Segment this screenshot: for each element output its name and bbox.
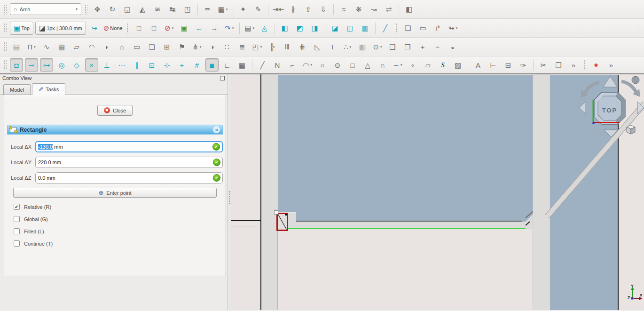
collapse-section-button[interactable]: » — [213, 126, 220, 133]
arch-curtain-wall-button[interactable]: ▦ — [55, 40, 68, 54]
arch-panel-button[interactable]: ◰▾ — [251, 40, 264, 54]
cut-plane-button[interactable]: ◧ — [402, 3, 416, 16]
draft-shapestring-button[interactable]: S — [436, 58, 449, 72]
snap-grid-button[interactable]: # — [190, 58, 204, 72]
draft-fillet-button[interactable]: ⌐ — [286, 58, 299, 72]
checkbox-row-global[interactable]: Global (G) — [14, 216, 223, 222]
draft-point-button[interactable]: ∘ — [406, 58, 419, 72]
copy-button[interactable]: ❐ — [552, 58, 565, 72]
arch-stairs-button[interactable]: ≣ — [236, 40, 249, 54]
view-front-button[interactable]: ◧ — [278, 22, 291, 35]
split-button[interactable]: ∦ — [287, 3, 300, 16]
heal-button[interactable]: ↪ — [88, 22, 101, 35]
snap-working-plane-button[interactable]: ◙ — [205, 58, 219, 72]
draft-facebinder-button[interactable]: ▱ — [421, 58, 434, 72]
export-button[interactable]: ↱ — [432, 22, 445, 35]
local-dz-input[interactable]: 0.0 mm ✔ — [35, 172, 223, 183]
set-style-button[interactable]: ∟ — [220, 58, 234, 72]
workbench-selector[interactable]: ⌂Arch▾ — [10, 3, 81, 15]
mirror-button[interactable]: ◭ — [136, 3, 149, 16]
toolbar-grip[interactable] — [85, 4, 87, 15]
arch-grid-button[interactable]: ∷ — [220, 40, 234, 54]
arch-truss-button[interactable]: ◺ — [311, 40, 324, 54]
snap-ortho-button[interactable]: ⊡ — [145, 58, 158, 72]
toolbar-grip[interactable] — [4, 42, 7, 52]
grid-snap-scale-button[interactable]: ◪1px | 300.0 mm — [35, 22, 86, 35]
toolbar-grip[interactable] — [395, 23, 398, 33]
checkbox-row-filled[interactable]: Filled (L) — [14, 228, 223, 234]
close-task-button[interactable]: ✖ Close — [97, 105, 133, 116]
arch-space-button[interactable]: ◗ — [100, 40, 113, 54]
split-mesh-button[interactable]: ❋ — [352, 3, 365, 16]
panel-splitter[interactable] — [228, 74, 231, 310]
arch-marker-button[interactable]: ⚑ — [175, 40, 188, 54]
draft-polygon-button[interactable]: △ — [361, 58, 374, 72]
arch-equipment-button[interactable]: ❑ — [386, 40, 399, 54]
checkbox-icon[interactable] — [14, 216, 20, 222]
draft-to-sketch-button[interactable]: ≈ — [337, 3, 350, 16]
toolbar-grip[interactable] — [4, 23, 7, 33]
join-button[interactable]: ⇥⇤ — [272, 3, 285, 16]
offset-button[interactable]: ≋ — [151, 3, 164, 16]
draft-ellipse-button[interactable]: ⊜ — [331, 58, 344, 72]
arch-equipment-clone-button[interactable]: ❒ — [401, 40, 414, 54]
autogroup-none-button[interactable]: ⊘None — [103, 22, 123, 35]
go-to-linked-object-button[interactable]: ↷▾ — [223, 22, 236, 35]
stretch-button[interactable]: ↹ — [166, 3, 179, 16]
draft-rectangle-button[interactable]: □ — [346, 58, 359, 72]
snap-perpendicular-button[interactable]: ⊥ — [100, 58, 113, 72]
move-button[interactable]: ✥ — [91, 3, 104, 16]
arch-building-part-button[interactable]: ❏ — [145, 40, 158, 54]
snap-intersection-button[interactable]: × — [85, 58, 98, 72]
snap-special-button[interactable]: ⊹ — [160, 58, 173, 72]
checkbox-icon[interactable]: ✔ — [14, 204, 20, 210]
measure-distance-button[interactable]: ╱ — [379, 22, 392, 35]
nav-arrow-down[interactable] — [604, 130, 618, 137]
snap-midpoint-button[interactable]: ⊶ — [40, 58, 53, 72]
tab-model[interactable]: Model — [3, 84, 31, 95]
cut-button[interactable]: ✂ — [537, 58, 550, 72]
nav-mini-cube-icon[interactable] — [627, 125, 635, 134]
checkbox-row-relative[interactable]: ✔Relative (R) — [14, 204, 223, 210]
snap-parallel-button[interactable]: ∥ — [130, 58, 143, 72]
shape-2d-view-button[interactable]: ◳ — [181, 3, 194, 16]
snap-extension-button[interactable]: ⋯ — [115, 58, 128, 72]
arch-profile-button[interactable]: I — [326, 40, 339, 54]
scale-button[interactable]: ◱ — [121, 3, 134, 16]
downgrade-button[interactable]: ⇩ — [317, 3, 330, 16]
view-rear-button[interactable]: ◪ — [329, 22, 342, 35]
nav-arrow-right[interactable] — [637, 102, 644, 114]
snap-center-button[interactable]: ◎ — [55, 58, 68, 72]
float-panel-icon[interactable] — [220, 76, 225, 80]
toolbar-overflow-button[interactable]: » — [567, 58, 580, 72]
rotate-button[interactable]: ↻ — [106, 3, 119, 16]
rotate-left-arrow-icon[interactable] — [584, 82, 599, 94]
view-right-button[interactable]: ◨ — [308, 22, 322, 35]
wall-band-left[interactable] — [261, 74, 278, 310]
arch-survey-button[interactable]: ◒ — [446, 40, 459, 54]
model-face-selected[interactable] — [278, 75, 533, 222]
arch-axis-button[interactable]: ◑ — [205, 40, 219, 54]
checkbox-icon[interactable] — [14, 240, 20, 247]
viewport-3d[interactable]: TOP Y Z X — [231, 74, 644, 310]
view-bottom-button[interactable]: ◫ — [344, 22, 357, 35]
array-button[interactable]: ▦▾ — [216, 3, 229, 16]
draft-arc-button[interactable]: ◠▾ — [301, 58, 314, 72]
toolbar-grip[interactable] — [4, 4, 7, 15]
arch-structure-button[interactable]: Π▾ — [25, 40, 38, 54]
arch-colonnade-button[interactable]: Ⅲ — [281, 40, 294, 54]
arch-drawing-button[interactable]: ▭ — [130, 40, 143, 54]
toolbar-grip[interactable] — [4, 60, 7, 70]
edit-button[interactable]: ✏ — [201, 3, 214, 16]
wall-band-right[interactable] — [533, 74, 550, 310]
arch-reference-button[interactable]: ▱ — [70, 40, 83, 54]
macro-record-button[interactable]: ● — [589, 58, 603, 72]
arch-pipes-button[interactable]: ⋔▾ — [190, 40, 204, 54]
box-zoom-selection-button[interactable]: □ — [148, 22, 161, 35]
view-left-button[interactable]: ▥ — [359, 22, 372, 35]
arch-pipe-button[interactable]: ⊙▾ — [371, 40, 384, 54]
draft-polyline-button[interactable]: N — [271, 58, 284, 72]
arch-fence-button[interactable]: ⋕ — [296, 40, 309, 54]
arch-add-component-button[interactable]: + — [416, 40, 429, 54]
tab-tasks[interactable]: ✎ Tasks — [32, 83, 65, 95]
